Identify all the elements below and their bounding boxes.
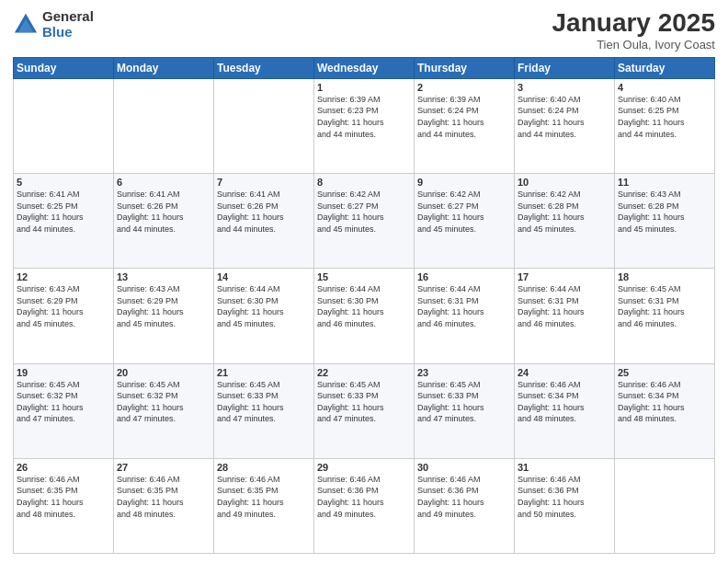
day-info: Sunrise: 6:45 AM Sunset: 6:32 PM Dayligh…: [17, 379, 110, 425]
day-header-friday: Friday: [515, 57, 615, 78]
day-info: Sunrise: 6:46 AM Sunset: 6:34 PM Dayligh…: [618, 379, 711, 425]
calendar-cell: 31Sunrise: 6:46 AM Sunset: 6:36 PM Dayli…: [515, 458, 615, 553]
calendar-cell: 7Sunrise: 6:41 AM Sunset: 6:26 PM Daylig…: [214, 174, 314, 269]
day-info: Sunrise: 6:46 AM Sunset: 6:36 PM Dayligh…: [417, 474, 511, 520]
day-number: 9: [417, 177, 511, 188]
calendar-cell: [615, 458, 715, 553]
day-number: 18: [618, 271, 711, 282]
day-info: Sunrise: 6:43 AM Sunset: 6:29 PM Dayligh…: [17, 283, 110, 329]
day-number: 4: [618, 82, 711, 93]
day-info: Sunrise: 6:40 AM Sunset: 6:25 PM Dayligh…: [618, 94, 711, 140]
day-header-sunday: Sunday: [14, 57, 114, 78]
location: Tien Oula, Ivory Coast: [552, 38, 715, 52]
calendar-cell: 15Sunrise: 6:44 AM Sunset: 6:30 PM Dayli…: [314, 269, 415, 363]
calendar-cell: 28Sunrise: 6:46 AM Sunset: 6:35 PM Dayli…: [214, 458, 314, 553]
calendar-cell: 29Sunrise: 6:46 AM Sunset: 6:36 PM Dayli…: [314, 458, 415, 553]
calendar-cell: 19Sunrise: 6:45 AM Sunset: 6:32 PM Dayli…: [14, 363, 114, 458]
day-number: 25: [618, 367, 711, 378]
calendar-cell: 4Sunrise: 6:40 AM Sunset: 6:25 PM Daylig…: [615, 78, 715, 173]
logo-text: General Blue: [42, 9, 94, 40]
day-info: Sunrise: 6:46 AM Sunset: 6:36 PM Dayligh…: [518, 474, 611, 520]
day-info: Sunrise: 6:42 AM Sunset: 6:27 PM Dayligh…: [317, 189, 411, 235]
calendar-cell: 2Sunrise: 6:39 AM Sunset: 6:24 PM Daylig…: [415, 78, 515, 173]
day-number: 23: [417, 367, 511, 378]
calendar-header-row: SundayMondayTuesdayWednesdayThursdayFrid…: [14, 57, 715, 78]
calendar-cell: 22Sunrise: 6:45 AM Sunset: 6:33 PM Dayli…: [314, 363, 415, 458]
day-number: 24: [518, 367, 611, 378]
calendar-cell: 25Sunrise: 6:46 AM Sunset: 6:34 PM Dayli…: [615, 363, 715, 458]
day-number: 29: [317, 462, 411, 473]
day-number: 26: [17, 462, 110, 473]
day-number: 5: [17, 177, 110, 188]
calendar-week-row: 12Sunrise: 6:43 AM Sunset: 6:29 PM Dayli…: [14, 269, 715, 363]
calendar-cell: 1Sunrise: 6:39 AM Sunset: 6:23 PM Daylig…: [314, 78, 415, 173]
day-header-saturday: Saturday: [615, 57, 715, 78]
day-info: Sunrise: 6:45 AM Sunset: 6:33 PM Dayligh…: [417, 379, 511, 425]
day-info: Sunrise: 6:46 AM Sunset: 6:35 PM Dayligh…: [117, 474, 210, 520]
calendar-cell: 6Sunrise: 6:41 AM Sunset: 6:26 PM Daylig…: [114, 174, 214, 269]
page: General Blue January 2025 Tien Oula, Ivo…: [0, 0, 728, 563]
day-info: Sunrise: 6:43 AM Sunset: 6:29 PM Dayligh…: [117, 283, 210, 329]
calendar-cell: 10Sunrise: 6:42 AM Sunset: 6:28 PM Dayli…: [515, 174, 615, 269]
calendar-cell: 8Sunrise: 6:42 AM Sunset: 6:27 PM Daylig…: [314, 174, 415, 269]
day-info: Sunrise: 6:41 AM Sunset: 6:26 PM Dayligh…: [217, 189, 311, 235]
day-header-monday: Monday: [114, 57, 214, 78]
day-header-tuesday: Tuesday: [214, 57, 314, 78]
day-number: 17: [518, 271, 611, 282]
day-info: Sunrise: 6:39 AM Sunset: 6:24 PM Dayligh…: [417, 94, 511, 140]
day-number: 10: [518, 177, 611, 188]
calendar-cell: [214, 78, 314, 173]
day-number: 12: [17, 271, 110, 282]
day-info: Sunrise: 6:46 AM Sunset: 6:34 PM Dayligh…: [518, 379, 611, 425]
day-number: 22: [317, 367, 411, 378]
calendar-cell: 17Sunrise: 6:44 AM Sunset: 6:31 PM Dayli…: [515, 269, 615, 363]
day-number: 31: [518, 462, 611, 473]
header: General Blue January 2025 Tien Oula, Ivo…: [13, 9, 715, 52]
day-info: Sunrise: 6:42 AM Sunset: 6:28 PM Dayligh…: [518, 189, 611, 235]
calendar-week-row: 5Sunrise: 6:41 AM Sunset: 6:25 PM Daylig…: [14, 174, 715, 269]
calendar-cell: 27Sunrise: 6:46 AM Sunset: 6:35 PM Dayli…: [114, 458, 214, 553]
day-info: Sunrise: 6:44 AM Sunset: 6:31 PM Dayligh…: [518, 283, 611, 329]
day-number: 11: [618, 177, 711, 188]
day-info: Sunrise: 6:44 AM Sunset: 6:30 PM Dayligh…: [317, 283, 411, 329]
day-number: 19: [17, 367, 110, 378]
day-info: Sunrise: 6:39 AM Sunset: 6:23 PM Dayligh…: [317, 94, 411, 140]
day-info: Sunrise: 6:44 AM Sunset: 6:30 PM Dayligh…: [217, 283, 311, 329]
logo: General Blue: [13, 9, 94, 40]
day-number: 14: [217, 271, 311, 282]
day-header-wednesday: Wednesday: [314, 57, 415, 78]
calendar-cell: 12Sunrise: 6:43 AM Sunset: 6:29 PM Dayli…: [14, 269, 114, 363]
day-info: Sunrise: 6:45 AM Sunset: 6:33 PM Dayligh…: [217, 379, 311, 425]
calendar-cell: 30Sunrise: 6:46 AM Sunset: 6:36 PM Dayli…: [415, 458, 515, 553]
day-info: Sunrise: 6:46 AM Sunset: 6:35 PM Dayligh…: [17, 474, 110, 520]
calendar-cell: 20Sunrise: 6:45 AM Sunset: 6:32 PM Dayli…: [114, 363, 214, 458]
day-number: 2: [417, 82, 511, 93]
day-info: Sunrise: 6:40 AM Sunset: 6:24 PM Dayligh…: [518, 94, 611, 140]
day-number: 13: [117, 271, 210, 282]
calendar-cell: 13Sunrise: 6:43 AM Sunset: 6:29 PM Dayli…: [114, 269, 214, 363]
day-header-thursday: Thursday: [415, 57, 515, 78]
calendar-cell: 9Sunrise: 6:42 AM Sunset: 6:27 PM Daylig…: [415, 174, 515, 269]
logo-general: General: [42, 9, 94, 25]
calendar-cell: [14, 78, 114, 173]
day-info: Sunrise: 6:46 AM Sunset: 6:35 PM Dayligh…: [217, 474, 311, 520]
day-number: 1: [317, 82, 411, 93]
day-number: 8: [317, 177, 411, 188]
day-info: Sunrise: 6:45 AM Sunset: 6:31 PM Dayligh…: [618, 283, 711, 329]
day-info: Sunrise: 6:43 AM Sunset: 6:28 PM Dayligh…: [618, 189, 711, 235]
day-number: 6: [117, 177, 210, 188]
day-info: Sunrise: 6:46 AM Sunset: 6:36 PM Dayligh…: [317, 474, 411, 520]
calendar-cell: 14Sunrise: 6:44 AM Sunset: 6:30 PM Dayli…: [214, 269, 314, 363]
day-number: 3: [518, 82, 611, 93]
calendar-week-row: 19Sunrise: 6:45 AM Sunset: 6:32 PM Dayli…: [14, 363, 715, 458]
day-info: Sunrise: 6:44 AM Sunset: 6:31 PM Dayligh…: [417, 283, 511, 329]
day-number: 21: [217, 367, 311, 378]
calendar-cell: 5Sunrise: 6:41 AM Sunset: 6:25 PM Daylig…: [14, 174, 114, 269]
day-number: 7: [217, 177, 311, 188]
day-number: 30: [417, 462, 511, 473]
day-info: Sunrise: 6:42 AM Sunset: 6:27 PM Dayligh…: [417, 189, 511, 235]
calendar-cell: 21Sunrise: 6:45 AM Sunset: 6:33 PM Dayli…: [214, 363, 314, 458]
day-info: Sunrise: 6:41 AM Sunset: 6:26 PM Dayligh…: [117, 189, 210, 235]
logo-blue: Blue: [42, 25, 94, 40]
day-info: Sunrise: 6:45 AM Sunset: 6:33 PM Dayligh…: [317, 379, 411, 425]
